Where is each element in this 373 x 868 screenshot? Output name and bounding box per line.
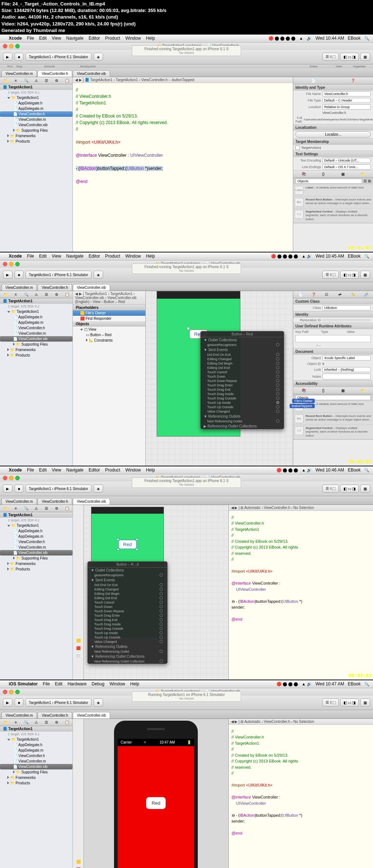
timestamp: 00:01:02 (349, 245, 372, 250)
class-field[interactable]: UIButton (322, 305, 371, 310)
nav-file[interactable]: 📄 ViewController.xib (0, 122, 72, 128)
menubar: Xcode File Edit View Navigate Editor Pro… (0, 35, 373, 43)
simulator-red-button[interactable]: Red (146, 797, 166, 809)
library-selector[interactable]: 📚{}▦📁 (293, 171, 373, 178)
run-button[interactable]: ▶ (3, 53, 12, 61)
lineending-select[interactable]: Default – OS X / Unix... (322, 164, 371, 170)
ib-canvas[interactable]: Red Button – Red ▼ Outlet Collections ge… (146, 291, 293, 466)
assistant-editor[interactable]: // // ViewController.h // TargetAction1 … (229, 511, 373, 680)
user-name[interactable]: EBook (348, 36, 361, 41)
run-button[interactable]: ▶ (3, 485, 12, 493)
location-select[interactable]: Relative to Group (322, 104, 371, 110)
first-responder[interactable]: 🟥 First Responder (73, 316, 145, 321)
nav-folder-frameworks[interactable]: 📁 Frameworks (0, 133, 72, 139)
status-icon[interactable]: 🔴 ⬤ ⬤ ⬤ ⬤ (268, 36, 295, 41)
encoding-select[interactable]: Default – Unicode (UT... (322, 158, 371, 163)
menu-navigate[interactable]: Navigate (66, 36, 83, 41)
view-segment[interactable]: ◧ ▭ ◨ (340, 53, 359, 61)
localize-button[interactable]: Localize... (295, 131, 371, 138)
scheme-selector[interactable]: TargetAction1 › iPhone 6.1 Simulator (25, 53, 91, 61)
nav-file[interactable]: 📄 AppDelegate.m (0, 106, 72, 111)
jump-bar[interactable]: ◀ ▶ | 📘 TargetAction1 › TargetAction1 › … (73, 77, 293, 83)
menu-edit[interactable]: Edit (39, 36, 47, 41)
identity-section[interactable]: Identity and Type (293, 84, 373, 91)
organizer-button[interactable]: ▦ (360, 53, 370, 61)
assistant-jump-bar[interactable]: ◀ ▶ | ⊞ Automatic › ViewController.h › N… (229, 505, 373, 511)
inspector-selector[interactable]: 📄❓ (293, 77, 373, 84)
outline-button[interactable]: ▭ Button – Red (73, 332, 145, 338)
menu-file[interactable]: File (27, 36, 34, 41)
dock-icon[interactable]: ▢ (76, 654, 80, 658)
utilities-panel: 📄❓ Identity and Type File NameViewContro… (293, 77, 373, 252)
restoration-field[interactable] (322, 319, 371, 321)
screenshot-3: Xcode FileEditViewNavigateEditorProductW… (0, 466, 373, 680)
file-line: File: 24_-_Target_-Action_Controls_in_IB… (1, 1, 372, 7)
stop-button[interactable]: ■ (15, 271, 23, 279)
run-button[interactable]: ▶ (3, 271, 12, 279)
minimize-button[interactable] (9, 44, 13, 48)
target-checkbox[interactable] (295, 146, 300, 150)
screenshot-2: Xcode FileEditViewNavigateEditorProductW… (0, 252, 373, 466)
utilities-panel: 📄❓☑⇄📏🔗 Custom Class ClassUIButton Identi… (293, 291, 373, 466)
filetype-select[interactable]: Default – C Header (322, 98, 371, 103)
stop-button[interactable]: ■ (15, 698, 23, 706)
size-line: Size: 13442974 bytes (12.82 MiB), durati… (1, 7, 372, 14)
nav-target-info: 1 target, iOS SDK 6.1 (0, 90, 72, 95)
volume-icon[interactable]: 🔊 (307, 36, 312, 41)
close-button[interactable] (3, 44, 7, 48)
ib-canvas[interactable]: Red Button – R...d ▼ Outlet Collections … (84, 505, 228, 680)
menu-help[interactable]: Help (146, 36, 155, 41)
ib-outline: ◀ ▶ | TargetAction1 › TargetAction1 › Vi… (73, 291, 146, 466)
nav-folder-support[interactable]: 📁 Supporting Files (0, 128, 72, 133)
menu-view[interactable]: View (52, 36, 61, 41)
assistant-jump-bar[interactable]: ◀ ▶ | ⊞ Automatic › ViewController.h › N… (229, 719, 373, 725)
simulator-screen[interactable]: Carrier ᯤ10:47 AM🔋 Red (118, 739, 194, 868)
tab-h[interactable]: ViewController.h (38, 70, 72, 77)
menu-window[interactable]: Window (125, 36, 141, 41)
dock-icon[interactable]: 🟨 (76, 638, 81, 642)
connections-hud[interactable]: Button – Red ▼ Outlet Collections gestur… (200, 331, 284, 429)
tab-bar: ViewController.m ViewController.h ViewCo… (0, 68, 373, 77)
nav-file[interactable]: 📄 AppDelegate.h (0, 100, 72, 106)
audio-line: Audio: aac, 44100 Hz, 2 channels, s16, 6… (1, 14, 372, 20)
menubar: Xcode FileEditViewNavigateEditorProductW… (0, 252, 373, 260)
library-item[interactable]: BtnRound Rect Button – Intercepts touch … (293, 196, 373, 208)
zoom-button[interactable] (15, 44, 20, 48)
project-navigator: 📁≡🔍⚠☰⚙📋 📘 TargetAction1 1 target, iOS SD… (0, 291, 73, 466)
nav-project[interactable]: 📘 TargetAction1 (0, 84, 72, 90)
jump-bar[interactable]: ◀ ▶ | TargetAction1 › TargetAction1 › Vi… (73, 291, 145, 305)
spotlight-icon[interactable]: 🔍 (364, 36, 369, 41)
nav-folder[interactable]: 📁 TargetAction1 (0, 95, 72, 100)
breakpoints-button[interactable]: ◈ (94, 53, 103, 61)
library-item[interactable]: LabelLabel – A variably sized amount of … (293, 184, 373, 196)
menu-product[interactable]: Product (105, 36, 120, 41)
menu-editor[interactable]: Editor (89, 36, 100, 41)
stop-button[interactable]: ■ (15, 53, 23, 61)
library-item[interactable]: 1 2Segmented Control – Displays multiple… (293, 208, 373, 223)
editor-segment[interactable]: ☰ ⫴ ⬚ (322, 53, 339, 61)
ib-canvas-with-simulator: Carrier ᯤ10:47 AM🔋 Red (84, 719, 228, 868)
source-editor[interactable]: // // ViewController.h // TargetAction1 … (73, 83, 293, 252)
filename-field[interactable]: ViewController.h (322, 91, 371, 96)
outline-constraints[interactable]: 📐 Constraints (73, 338, 145, 343)
screenshot-4: iOS Simulator FileEditHardwareDebugWindo… (0, 680, 373, 868)
activity-viewer: Finished running TargetAction1.app on iP… (132, 45, 241, 56)
tab-m[interactable]: ViewController.m (1, 70, 37, 77)
assistant-editor[interactable]: // // ViewController.h // TargetAction1 … (229, 725, 373, 868)
nav-file-selected[interactable]: 📄 ViewController.h (0, 111, 72, 117)
connections-hud[interactable]: Button – R...d ▼ Outlet Collections gest… (87, 561, 168, 664)
menu-xcode[interactable]: Xcode (9, 36, 22, 41)
dock-icon[interactable]: 🟥 (76, 646, 81, 650)
canvas-button-selected[interactable]: Red (118, 540, 137, 549)
wifi-icon[interactable]: ▲ (299, 36, 303, 40)
nav-folder-products[interactable]: 📁 Products (0, 139, 72, 144)
clock[interactable]: Wed 10:44 AM (315, 36, 344, 41)
navigator-selector[interactable]: 📁≡🔍⚠☰⚙📋 (0, 77, 72, 84)
library-filter[interactable]: Objects (295, 179, 362, 184)
run-button[interactable]: ▶ (3, 698, 12, 706)
project-navigator: 📁≡🔍⚠☰⚙📋 📘 TargetAction1 1 target, iOS SD… (0, 77, 73, 252)
files-owner[interactable]: 🟨 File's Owner (73, 310, 145, 316)
tab-xib[interactable]: ViewController.xib (73, 70, 110, 77)
nav-file[interactable]: 📄 ViewController.m (0, 117, 72, 122)
outline-view[interactable]: ▢ View (73, 327, 145, 332)
